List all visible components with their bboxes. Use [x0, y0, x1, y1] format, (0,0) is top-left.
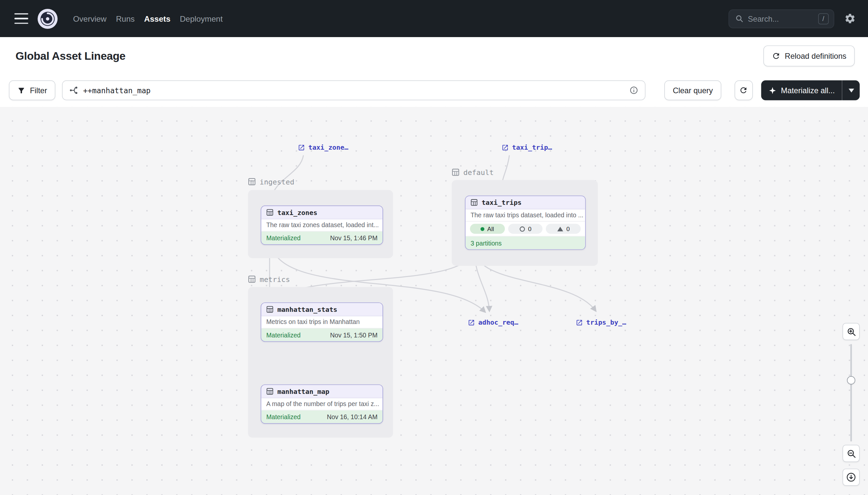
filter-label: Filter	[30, 86, 47, 95]
group-icon	[248, 275, 256, 283]
group-name: ingested	[260, 177, 294, 186]
circle-outline-icon	[519, 226, 526, 232]
refresh-query-button[interactable]	[734, 81, 753, 100]
asset-description: The raw taxi zones dataset, loaded int..…	[262, 219, 383, 232]
partition-pill-materialized[interactable]: All	[470, 224, 505, 234]
partition-missing-count: 0	[566, 225, 569, 232]
zoom-slider-track[interactable]	[850, 344, 852, 442]
app-root: Overview Runs Assets Deployment Search..…	[0, 0, 868, 495]
zoom-out-button[interactable]	[843, 445, 860, 462]
partitions-summary-row: 3 partitions	[465, 237, 585, 250]
open-in-new-icon	[501, 144, 509, 151]
asset-node-header: manhattan_map	[262, 385, 383, 398]
asset-node-manhattan-map[interactable]: manhattan_map A map of the number of tri…	[261, 385, 383, 424]
external-asset-adhoc-request[interactable]: adhoc_req…	[468, 318, 518, 327]
table-icon	[266, 306, 273, 313]
asset-node-header: taxi_trips	[465, 196, 585, 209]
settings-gear-icon[interactable]	[844, 13, 855, 24]
materialize-all-label: Materialize all...	[781, 86, 835, 95]
selection-syntax-icon	[69, 86, 78, 95]
group-icon	[452, 168, 460, 176]
zoom-slider-handle[interactable]	[847, 376, 855, 385]
lineage-toolbar: Filter ++manhattan_map Clear query	[0, 75, 868, 107]
clear-query-label: Clear query	[673, 86, 713, 95]
nav-overview[interactable]: Overview	[73, 14, 107, 23]
top-nav: Overview Runs Assets Deployment Search..…	[0, 0, 868, 37]
asset-description: Metrics on taxi trips in Manhattan	[262, 317, 383, 328]
group-name: metrics	[260, 275, 290, 283]
lineage-canvas[interactable]: ingested default metrics taxi_zone… taxi…	[0, 107, 868, 495]
asset-description: A map of the number of trips per taxi z.…	[262, 398, 383, 410]
asset-status-row: Materialized Nov 15, 1:46 PM	[262, 232, 383, 244]
asset-node-taxi-trips[interactable]: taxi_trips The raw taxi trips dataset, l…	[465, 195, 586, 250]
partition-health-row: All 0 0	[465, 222, 585, 237]
fit-view-button[interactable]	[843, 469, 860, 486]
external-asset-taxi-zone[interactable]: taxi_zone…	[298, 142, 348, 152]
partition-pill-failed[interactable]: 0	[508, 224, 543, 234]
refresh-icon	[739, 86, 748, 95]
materialized-timestamp: Nov 16, 10:14 AM	[327, 414, 377, 420]
external-asset-name: trips_by_…	[586, 319, 626, 326]
external-asset-taxi-trip[interactable]: taxi_trip…	[501, 142, 552, 152]
asset-name: taxi_zones	[277, 208, 317, 216]
group-name: default	[463, 168, 493, 176]
page-title: Global Asset Lineage	[15, 50, 125, 62]
open-in-new-icon	[298, 144, 305, 151]
menu-icon[interactable]	[14, 14, 28, 24]
page-header: Global Asset Lineage Reload definitions	[0, 37, 868, 75]
search-shortcut-badge: /	[818, 13, 829, 24]
group-label-metrics[interactable]: metrics	[248, 274, 290, 284]
asset-status-row: Materialized Nov 16, 10:14 AM	[262, 410, 383, 423]
arrow-down-circle-icon	[846, 472, 856, 482]
partition-failed-count: 0	[528, 225, 531, 232]
external-asset-trips-by-week[interactable]: trips_by_…	[576, 318, 626, 327]
green-dot-icon	[481, 227, 484, 231]
zoom-in-icon	[846, 327, 856, 337]
reload-definitions-button[interactable]: Reload definitions	[763, 45, 855, 66]
info-icon[interactable]	[630, 86, 638, 95]
global-search-input[interactable]: Search... /	[729, 9, 834, 28]
materialized-status: Materialized	[266, 235, 301, 241]
materialize-all-button[interactable]: Materialize all...	[761, 81, 842, 100]
asset-node-header: taxi_zones	[262, 206, 383, 220]
materialized-timestamp: Nov 15, 1:50 PM	[330, 331, 377, 338]
filter-icon	[17, 86, 25, 94]
table-icon	[266, 209, 273, 216]
asset-node-taxi-zones[interactable]: taxi_zones The raw taxi zones dataset, l…	[261, 205, 383, 245]
nav-deployment[interactable]: Deployment	[180, 14, 223, 23]
search-icon	[735, 14, 743, 23]
zoom-out-icon	[846, 448, 856, 458]
edges-layer	[0, 107, 868, 495]
table-icon	[266, 388, 273, 395]
asset-status-row: Materialized Nov 15, 1:50 PM	[262, 328, 383, 341]
refresh-icon	[772, 52, 780, 61]
materialize-split-button: Materialize all...	[761, 81, 860, 100]
nav-runs[interactable]: Runs	[116, 14, 135, 23]
external-asset-name: taxi_trip…	[512, 143, 552, 151]
materialized-status: Materialized	[266, 331, 301, 338]
asset-description: The raw taxi trips dataset, loaded into …	[465, 209, 585, 222]
group-label-default[interactable]: default	[452, 167, 494, 177]
partitions-summary: 3 partitions	[471, 240, 501, 246]
zoom-in-button[interactable]	[843, 323, 860, 340]
asset-selection-input[interactable]: ++manhattan_map	[62, 81, 645, 100]
materialize-dropdown-button[interactable]	[842, 81, 860, 100]
asset-name: manhattan_map	[277, 387, 329, 395]
partition-pill-missing[interactable]: 0	[546, 224, 581, 234]
primary-nav: Overview Runs Assets Deployment	[73, 14, 223, 23]
asset-name: manhattan_stats	[277, 306, 337, 313]
dagster-logo-icon[interactable]	[37, 8, 58, 29]
group-icon	[248, 178, 256, 186]
materialized-timestamp: Nov 15, 1:46 PM	[330, 235, 377, 241]
open-in-new-icon	[576, 319, 583, 326]
asset-selection-value: ++manhattan_map	[83, 86, 150, 95]
reload-definitions-label: Reload definitions	[785, 52, 846, 61]
group-label-ingested[interactable]: ingested	[248, 176, 294, 186]
external-asset-name: adhoc_req…	[478, 319, 518, 326]
asset-node-manhattan-stats[interactable]: manhattan_stats Metrics on taxi trips in…	[261, 302, 383, 342]
nav-assets[interactable]: Assets	[144, 14, 170, 23]
clear-query-button[interactable]: Clear query	[665, 81, 721, 100]
triangle-icon	[557, 226, 564, 232]
filter-button[interactable]: Filter	[9, 81, 55, 100]
sparkle-icon	[768, 86, 777, 94]
